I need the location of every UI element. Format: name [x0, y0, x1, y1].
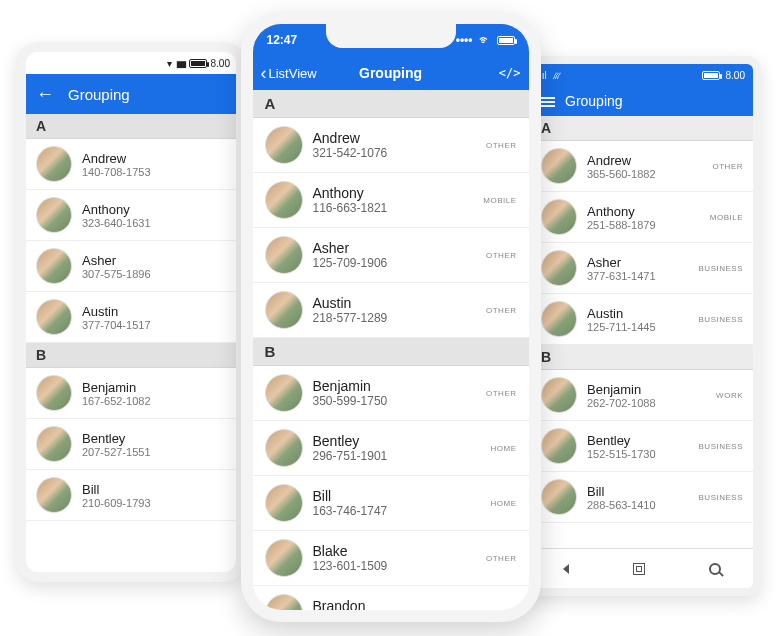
list-item[interactable]: Austin377-704-1517	[26, 292, 236, 343]
avatar	[36, 248, 72, 284]
code-button[interactable]: </>	[499, 66, 521, 80]
phone-android: ▾ 8.00 ← Grouping AAndrew140-708-1753Ant…	[16, 42, 246, 582]
list-item[interactable]: Blake123-601-1509OTHER	[253, 531, 529, 586]
phone-windows: ııl ⫻ 8.00 Grouping AAndrew365-560-1882O…	[523, 56, 761, 596]
contact-name: Andrew	[313, 130, 388, 146]
list-item[interactable]: Asher307-575-1896	[26, 241, 236, 292]
avatar	[265, 291, 303, 329]
contact-tag: WORK	[716, 391, 743, 400]
contact-list[interactable]: AAndrew321-542-1076OTHERAnthony116-663-1…	[253, 90, 529, 610]
avatar	[541, 428, 577, 464]
status-bar: ▾ 8.00	[26, 52, 236, 74]
avatar	[36, 426, 72, 462]
back-label: ListView	[269, 66, 317, 81]
avatar	[36, 375, 72, 411]
list-item[interactable]: Asher125-709-1906OTHER	[253, 228, 529, 283]
phone-ios: 12:47 •••• ᯤ ‹ ListView Grouping </> AAn…	[241, 12, 541, 622]
list-item[interactable]: Anthony323-640-1631	[26, 190, 236, 241]
contact-phone: 167-652-1082	[82, 395, 151, 407]
contact-phone: 207-527-1551	[82, 446, 151, 458]
avatar	[541, 301, 577, 337]
contact-phone: 251-588-1879	[587, 219, 656, 231]
contact-phone: 288-563-1410	[587, 499, 656, 511]
contact-name: Anthony	[587, 204, 656, 219]
home-key[interactable]	[633, 563, 645, 575]
section-header: B	[26, 343, 236, 368]
list-item[interactable]: Benjamin262-702-1088WORK	[531, 370, 753, 421]
contact-tag: OTHER	[486, 609, 517, 611]
avatar	[265, 126, 303, 164]
contact-phone: 321-542-1076	[313, 146, 388, 160]
contact-name: Benjamin	[313, 378, 388, 394]
list-item[interactable]: Asher377-631-1471BUSINESS	[531, 243, 753, 294]
signal-icon: ••••	[456, 33, 473, 47]
contact-name: Bentley	[82, 431, 151, 446]
contact-tag: OTHER	[486, 554, 517, 563]
list-item[interactable]: Austin218-577-1289OTHER	[253, 283, 529, 338]
contact-name: Austin	[313, 295, 388, 311]
contact-tag: BUSINESS	[699, 315, 743, 324]
list-item[interactable]: Bentley296-751-1901HOME	[253, 421, 529, 476]
battery-icon	[497, 36, 515, 45]
contact-name: Blake	[313, 543, 388, 559]
notch	[326, 24, 456, 48]
avatar	[265, 429, 303, 467]
list-item[interactable]: Bill163-746-1747HOME	[253, 476, 529, 531]
contact-name: Brandon	[313, 598, 388, 610]
list-item[interactable]: Andrew321-542-1076OTHER	[253, 118, 529, 173]
avatar	[36, 146, 72, 182]
contact-phone: 218-577-1289	[313, 311, 388, 325]
contact-name: Asher	[587, 255, 656, 270]
contact-name: Benjamin	[587, 382, 656, 397]
contact-tag: BUSINESS	[699, 493, 743, 502]
app-bar: Grouping	[531, 86, 753, 116]
contact-list[interactable]: AAndrew365-560-1882OTHERAnthony251-588-1…	[531, 116, 753, 548]
back-icon[interactable]: ←	[36, 85, 54, 103]
contact-phone: 125-709-1906	[313, 256, 388, 270]
list-item[interactable]: Bentley152-515-1730BUSINESS	[531, 421, 753, 472]
list-item[interactable]: Benjamin167-652-1082	[26, 368, 236, 419]
app-bar: ← Grouping	[26, 74, 236, 114]
soft-key-bar	[531, 548, 753, 588]
wifi-icon: ▾	[167, 58, 172, 69]
list-item[interactable]: Andrew365-560-1882OTHER	[531, 141, 753, 192]
section-header: A	[26, 114, 236, 139]
list-item[interactable]: Bill210-609-1793	[26, 470, 236, 521]
section-header: A	[253, 90, 529, 118]
chevron-left-icon: ‹	[261, 64, 267, 82]
contact-tag: OTHER	[486, 306, 517, 315]
contact-phone: 350-599-1750	[313, 394, 388, 408]
contact-phone: 377-631-1471	[587, 270, 656, 282]
back-key[interactable]	[563, 564, 569, 574]
contact-name: Asher	[313, 240, 388, 256]
contact-tag: MOBILE	[710, 213, 743, 222]
section-header: A	[531, 116, 753, 141]
avatar	[36, 197, 72, 233]
contact-phone: 125-711-1445	[587, 321, 656, 333]
search-key[interactable]	[709, 563, 721, 575]
list-item[interactable]: Bentley207-527-1551	[26, 419, 236, 470]
back-button[interactable]: ‹ ListView	[261, 64, 317, 82]
list-item[interactable]: Brandon190-639-1172OTHER	[253, 586, 529, 610]
contact-tag: MOBILE	[483, 196, 516, 205]
contact-phone: 140-708-1753	[82, 166, 151, 178]
contact-phone: 163-746-1747	[313, 504, 388, 518]
contact-phone: 296-751-1901	[313, 449, 388, 463]
list-item[interactable]: Austin125-711-1445BUSINESS	[531, 294, 753, 345]
list-item[interactable]: Anthony116-663-1821MOBILE	[253, 173, 529, 228]
list-item[interactable]: Anthony251-588-1879MOBILE	[531, 192, 753, 243]
avatar	[265, 594, 303, 610]
page-title: Grouping	[68, 86, 130, 103]
contact-list[interactable]: AAndrew140-708-1753Anthony323-640-1631As…	[26, 114, 236, 572]
avatar	[265, 484, 303, 522]
status-time: 8.00	[211, 58, 230, 69]
list-item[interactable]: Benjamin350-599-1750OTHER	[253, 366, 529, 421]
contact-name: Bentley	[587, 433, 656, 448]
contact-phone: 307-575-1896	[82, 268, 151, 280]
status-time: 8.00	[726, 70, 745, 81]
list-item[interactable]: Andrew140-708-1753	[26, 139, 236, 190]
signal-icon: ııl ⫻	[539, 70, 562, 81]
contact-name: Bill	[82, 482, 151, 497]
list-item[interactable]: Bill288-563-1410BUSINESS	[531, 472, 753, 523]
avatar	[541, 479, 577, 515]
